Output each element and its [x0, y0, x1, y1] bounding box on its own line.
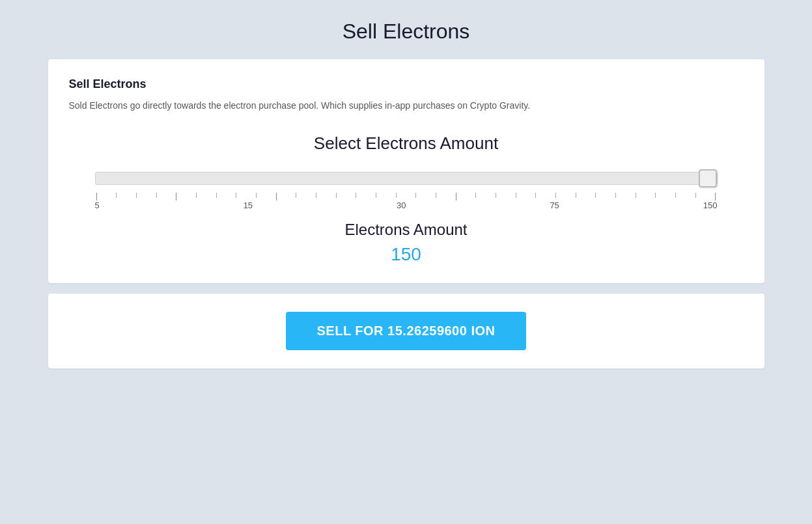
tick [535, 193, 536, 198]
tick [256, 193, 257, 198]
tick [615, 193, 616, 198]
card-title: Sell Electrons [69, 77, 744, 91]
tick [96, 193, 97, 200]
tick [216, 193, 217, 198]
tick [336, 193, 337, 198]
tick [655, 193, 656, 198]
tick [156, 193, 157, 198]
tick [636, 193, 636, 198]
tick [196, 193, 197, 198]
tick-labels-row: 5 15 30 75 150 [95, 200, 718, 210]
tick [316, 193, 316, 198]
tick-label-15: 15 [244, 200, 253, 210]
slider-container [69, 172, 744, 187]
electrons-amount-section: Electrons Amount 150 [69, 221, 744, 265]
tick [356, 193, 356, 198]
tick [396, 193, 397, 198]
tick [436, 193, 436, 198]
tick-label-150: 150 [703, 200, 718, 210]
tick [595, 193, 596, 198]
tick [236, 193, 236, 198]
tick [695, 193, 696, 198]
tick-label-30: 30 [397, 200, 406, 210]
sell-button[interactable]: SELL FOR 15.26259600 ION [286, 312, 527, 350]
tick [276, 193, 277, 200]
tick [136, 193, 137, 198]
tick [415, 193, 416, 198]
tick [496, 193, 496, 198]
main-card: Sell Electrons Sold Electrons go directl… [48, 59, 764, 283]
tick [576, 193, 576, 198]
electrons-amount-title: Electrons Amount [69, 221, 744, 239]
tick [516, 193, 516, 198]
tick [376, 193, 376, 198]
tick [456, 193, 456, 200]
action-card: SELL FOR 15.26259600 ION [48, 294, 764, 368]
tick-label-75: 75 [550, 200, 559, 210]
tick-label-5: 5 [95, 200, 100, 210]
electrons-amount-value: 150 [69, 244, 744, 265]
tick [715, 193, 716, 200]
tick [475, 193, 476, 198]
tick [675, 193, 676, 198]
tick [176, 193, 176, 200]
select-electrons-title: Select Electrons Amount [69, 133, 744, 154]
tick-area: 5 15 30 75 150 [69, 193, 744, 210]
tick [116, 193, 117, 198]
card-description: Sold Electrons go directly towards the e… [69, 99, 744, 113]
page-title: Sell Electrons [343, 20, 470, 44]
tick [296, 193, 296, 198]
electrons-slider[interactable] [95, 172, 718, 185]
ticks-row [95, 193, 718, 200]
tick [555, 193, 556, 198]
